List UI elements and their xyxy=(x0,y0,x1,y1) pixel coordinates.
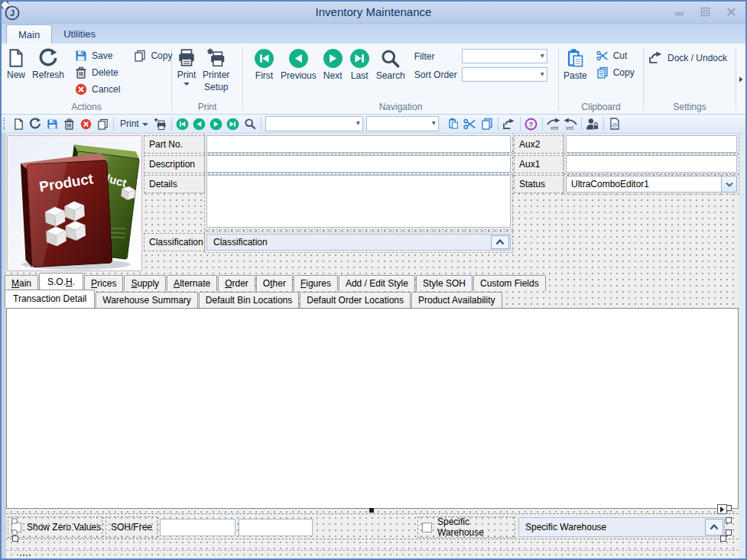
selection-handle[interactable] xyxy=(726,517,732,523)
close-button[interactable] xyxy=(726,7,736,17)
previous-button[interactable]: Previous xyxy=(278,46,320,81)
specific-warehouse-checkbox[interactable] xyxy=(422,523,432,532)
first-button[interactable]: First xyxy=(251,46,278,81)
previous-record-icon xyxy=(288,48,309,69)
last-button[interactable]: Last xyxy=(346,46,373,81)
tab-prices[interactable]: Prices xyxy=(84,275,123,291)
mini-scroll-right-button[interactable] xyxy=(717,504,727,514)
toolbar-combobox-1[interactable] xyxy=(265,116,363,131)
specific-warehouse-expander[interactable]: Specific Warehouse xyxy=(518,517,725,537)
toolbar-new-button[interactable] xyxy=(10,115,27,132)
tab-main[interactable]: Main xyxy=(5,275,38,291)
details-textarea[interactable] xyxy=(206,175,511,228)
toolbar-copy-button[interactable] xyxy=(94,115,111,132)
refresh-icon xyxy=(29,118,41,130)
refresh-button[interactable]: Refresh xyxy=(29,46,67,80)
ribbon-tab-utilities[interactable]: Utilities xyxy=(52,24,107,44)
selection-handle[interactable] xyxy=(12,536,18,542)
copy-button[interactable]: Copy xyxy=(131,49,175,63)
toolbar-print-button[interactable]: Print xyxy=(116,115,152,132)
dock-undock-button[interactable]: Dock / Undock xyxy=(645,50,730,66)
minimize-button[interactable] xyxy=(674,7,684,17)
tab-add-edit-style[interactable]: Add / Edit Style xyxy=(339,275,415,291)
toolbar-refresh-button[interactable] xyxy=(27,115,44,132)
toolbar-grip[interactable] xyxy=(3,118,7,130)
tab-warehouse-summary[interactable]: Warehouse Summary xyxy=(96,292,198,308)
status-dropdown-button[interactable] xyxy=(721,176,736,192)
tab-transaction-detail[interactable]: Transaction Detail xyxy=(5,290,95,308)
aux1-input[interactable] xyxy=(566,155,737,173)
toolbar-first-button[interactable] xyxy=(174,115,191,132)
cancel-button[interactable]: Cancel xyxy=(72,83,123,96)
toolbar-search-button[interactable] xyxy=(242,115,258,132)
toolbar-previous-button[interactable] xyxy=(191,115,208,132)
ribbon-group-clipboard: Paste Cut xyxy=(559,45,643,114)
filter-combobox[interactable] xyxy=(462,49,547,63)
selection-handle[interactable] xyxy=(11,518,18,524)
tab-soh[interactable]: S.O.H. xyxy=(39,273,83,291)
ribbon-scroll-right[interactable] xyxy=(736,45,745,114)
toolbar-export-xml-button[interactable]: xml xyxy=(545,115,562,132)
delete-button[interactable]: Delete xyxy=(72,66,123,79)
selection-handle[interactable] xyxy=(720,536,726,542)
save-button[interactable]: Save xyxy=(72,49,123,63)
maximize-button[interactable] xyxy=(700,7,710,17)
specific-warehouse-collapse-button[interactable] xyxy=(705,519,723,536)
toolbar-save-button[interactable] xyxy=(44,115,60,132)
transaction-detail-grid[interactable] xyxy=(6,308,739,509)
description-input[interactable] xyxy=(206,155,511,173)
designer-dots-mark xyxy=(20,555,31,557)
new-button[interactable]: New xyxy=(3,46,29,80)
toolbar-delete-button[interactable] xyxy=(60,115,77,132)
toolbar-import-xml-button[interactable]: xml xyxy=(562,115,579,132)
cut-button[interactable]: Cut xyxy=(593,49,638,63)
tab-product-availability[interactable]: Product Availability xyxy=(411,292,502,308)
tab-figures[interactable]: Figures xyxy=(294,275,338,291)
first-record-icon xyxy=(254,48,274,69)
status-combobox[interactable]: UltraComboEditor1 xyxy=(566,176,737,193)
show-zero-values-group: Show Zero Values xyxy=(8,516,102,538)
classification-collapse-button[interactable] xyxy=(491,235,509,249)
toolbar-dock-undock-button[interactable] xyxy=(501,115,518,132)
aux2-input[interactable] xyxy=(566,135,737,153)
toolbar-last-button[interactable] xyxy=(225,115,242,132)
paste-icon xyxy=(447,118,460,130)
ribbon-tab-main[interactable]: Main xyxy=(6,24,52,44)
ribbon-group-print: Print Printer Setup Print xyxy=(172,45,242,114)
soh-tab-strip: Transaction Detail Warehouse Summary Def… xyxy=(5,291,503,308)
tab-supply[interactable]: Supply xyxy=(124,275,166,291)
paste-button[interactable]: Paste xyxy=(560,46,590,81)
selection-handle[interactable] xyxy=(726,529,732,536)
toolbar-cancel-button[interactable] xyxy=(77,115,94,132)
printer-setup-button[interactable]: Printer Setup xyxy=(200,46,232,92)
main-tab-strip: Main S.O.H. Prices Supply Alternate Orde… xyxy=(5,274,547,291)
toolbar-notes-button[interactable]: @ xyxy=(606,115,623,132)
tab-order[interactable]: Order xyxy=(218,275,255,291)
part-no-input[interactable] xyxy=(206,135,511,153)
tab-alternate[interactable]: Alternate xyxy=(167,275,217,291)
toolbar-help-button[interactable]: ? xyxy=(523,115,540,132)
free-value-field[interactable] xyxy=(239,519,313,536)
next-button[interactable]: Next xyxy=(320,46,346,81)
toolbar-next-button[interactable] xyxy=(208,115,225,132)
search-button[interactable]: Search xyxy=(373,46,408,81)
tab-default-order-locations[interactable]: Default Order Locations xyxy=(300,292,411,308)
tab-custom-fields[interactable]: Custom Fields xyxy=(473,275,546,291)
toolbar-copy-pages-button[interactable] xyxy=(479,115,495,132)
toolbar-printer-setup-button[interactable] xyxy=(152,115,169,132)
copy-clipboard-button[interactable]: Copy xyxy=(593,66,638,79)
resize-handle[interactable] xyxy=(369,508,374,513)
soh-value-field[interactable] xyxy=(160,519,235,536)
tab-other[interactable]: Other xyxy=(256,275,293,291)
toolbar-user-security-button[interactable] xyxy=(584,115,601,132)
toolbar-paste-button[interactable] xyxy=(445,115,462,132)
tab-style-soh[interactable]: Style SOH xyxy=(416,275,473,291)
tab-default-bin-locations[interactable]: Default Bin Locations xyxy=(199,292,299,308)
print-button[interactable]: Print xyxy=(174,46,200,86)
classification-expander[interactable]: Classification xyxy=(206,234,511,251)
sort-order-combobox[interactable] xyxy=(462,67,547,82)
status-label: Status xyxy=(514,175,563,193)
toolbar-combobox-2[interactable] xyxy=(366,116,439,131)
toolbar-cut-button[interactable] xyxy=(462,115,479,132)
selection-handle[interactable] xyxy=(11,529,18,536)
